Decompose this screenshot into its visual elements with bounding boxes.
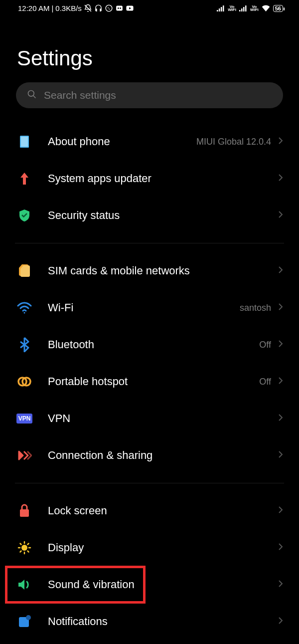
- chevron-right-icon: [278, 211, 283, 220]
- item-vpn[interactable]: VPN VPN: [0, 400, 299, 437]
- item-label: Security status: [48, 209, 278, 222]
- svg-line-15: [33, 96, 36, 98]
- wifi-icon: [17, 300, 32, 315]
- hotspot-icon: [17, 374, 32, 389]
- signal-2-icon: [239, 5, 247, 11]
- about-phone-icon: [17, 134, 32, 149]
- sound-icon: [17, 577, 32, 592]
- item-connection-sharing[interactable]: Connection & sharing: [0, 437, 299, 474]
- divider: [15, 243, 284, 243]
- svg-line-28: [28, 551, 29, 552]
- status-left: 12:20 AM | 0.3KB/s: [18, 4, 134, 12]
- item-bluetooth[interactable]: Bluetooth Off: [0, 326, 299, 363]
- search-icon: [27, 89, 37, 101]
- item-notifications[interactable]: Notifications: [0, 603, 299, 640]
- chevron-right-icon: [278, 450, 283, 460]
- item-label: Bluetooth: [48, 338, 259, 351]
- item-label: Lock screen: [48, 504, 278, 517]
- svg-point-4: [120, 7, 121, 9]
- search-container: [16, 82, 283, 108]
- svg-point-18: [24, 312, 25, 314]
- svg-rect-17: [21, 137, 28, 147]
- item-label: SIM cards & mobile networks: [48, 264, 278, 277]
- svg-line-30: [28, 544, 29, 545]
- status-bar: 12:20 AM | 0.3KB/s VoWiFi VoWiFi 56: [0, 0, 299, 15]
- chevron-right-icon: [278, 617, 283, 627]
- item-value: MIUI Global 12.0.4: [196, 137, 271, 147]
- status-time: 12:20 AM: [18, 4, 49, 12]
- chevron-right-icon: [278, 414, 283, 424]
- lock-icon: [17, 503, 32, 518]
- page-title: Settings: [0, 15, 299, 82]
- whatsapp-icon: [105, 4, 113, 12]
- item-value: Off: [259, 340, 271, 350]
- svg-point-32: [26, 615, 31, 620]
- svg-rect-7: [219, 8, 220, 11]
- pipe: |: [51, 4, 53, 12]
- updater-icon: [17, 171, 32, 186]
- sim-icon: [17, 263, 32, 278]
- item-label: VPN: [48, 412, 278, 425]
- item-wifi[interactable]: Wi-Fi santosh: [0, 289, 299, 326]
- youtube-icon: [126, 4, 134, 12]
- item-sim-cards[interactable]: SIM cards & mobile networks: [0, 252, 299, 289]
- battery-icon: 56: [273, 5, 283, 12]
- item-security-status[interactable]: Security status: [0, 197, 299, 234]
- dnd-icon: [84, 4, 92, 12]
- chevron-right-icon: [278, 506, 283, 516]
- headphones-icon: [94, 4, 103, 12]
- security-icon: [17, 208, 32, 223]
- svg-rect-21: [20, 509, 29, 517]
- search-box[interactable]: [16, 82, 283, 108]
- signal-1-icon: [217, 5, 225, 11]
- item-label: Sound & vibration: [48, 578, 278, 591]
- chevron-right-icon: [278, 303, 283, 313]
- svg-rect-13: [245, 5, 247, 11]
- svg-point-3: [118, 7, 119, 9]
- divider: [15, 483, 284, 483]
- svg-rect-12: [243, 7, 245, 11]
- chevron-right-icon: [278, 137, 283, 147]
- item-label: Connection & sharing: [48, 449, 278, 462]
- vpn-icon: VPN: [17, 411, 32, 426]
- item-value: Off: [259, 377, 271, 387]
- svg-rect-8: [221, 7, 222, 11]
- svg-rect-10: [239, 10, 241, 11]
- item-about-phone[interactable]: About phone MIUI Global 12.0.4: [0, 123, 299, 160]
- item-portable-hotspot[interactable]: Portable hotspot Off: [0, 363, 299, 400]
- status-right: VoWiFi VoWiFi 56: [217, 5, 283, 12]
- chevron-right-icon: [278, 266, 283, 276]
- search-input[interactable]: [44, 89, 272, 101]
- chevron-right-icon: [278, 580, 283, 590]
- item-label: Wi-Fi: [48, 301, 240, 314]
- item-label: System apps updater: [48, 172, 278, 185]
- item-lock-screen[interactable]: Lock screen: [0, 492, 299, 529]
- item-label: About phone: [48, 135, 196, 148]
- vowifi-2-icon: VoWiFi: [250, 5, 259, 10]
- svg-rect-11: [241, 8, 243, 11]
- item-system-apps-updater[interactable]: System apps updater: [0, 160, 299, 197]
- wifi-status-icon: [262, 5, 270, 11]
- vowifi-1-icon: VoWiFi: [228, 5, 236, 10]
- item-display[interactable]: Display: [0, 529, 299, 566]
- svg-point-14: [28, 91, 34, 97]
- svg-point-1: [106, 5, 112, 11]
- svg-rect-2: [116, 6, 123, 11]
- status-net-speed: 0.3KB/s: [55, 4, 82, 12]
- chevron-right-icon: [278, 377, 283, 387]
- item-sound-vibration[interactable]: Sound & vibration: [0, 566, 299, 603]
- svg-line-29: [20, 551, 21, 552]
- chevron-right-icon: [278, 174, 283, 184]
- item-label: Display: [48, 541, 278, 554]
- item-label: Portable hotspot: [48, 375, 259, 388]
- chevron-right-icon: [278, 340, 283, 350]
- notifications-icon: [17, 614, 32, 629]
- chevron-right-icon: [278, 543, 283, 553]
- connection-icon: [17, 448, 32, 463]
- item-value: santosh: [240, 303, 271, 313]
- item-label: Notifications: [48, 615, 278, 628]
- svg-rect-6: [217, 10, 218, 11]
- svg-line-27: [20, 544, 21, 545]
- bluetooth-icon: [17, 337, 32, 352]
- svg-rect-9: [223, 5, 224, 11]
